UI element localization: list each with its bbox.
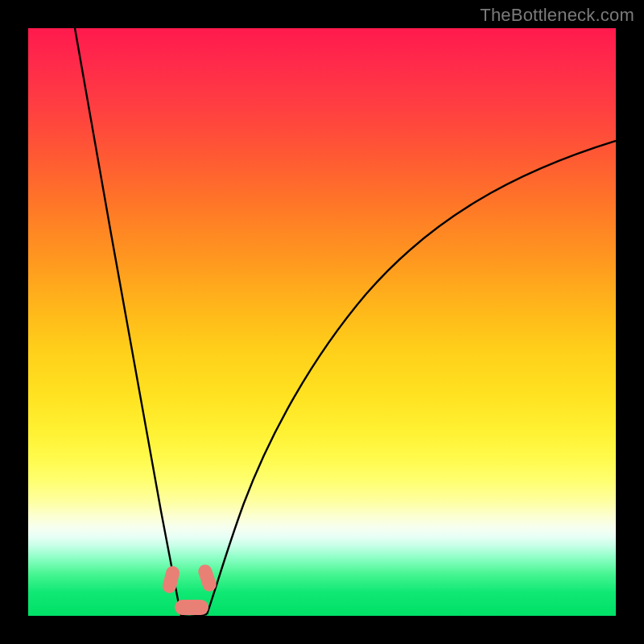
left-branch-curve [75, 28, 181, 616]
plot-area [28, 28, 616, 616]
watermark-text: TheBottleneck.com [480, 5, 634, 26]
bottom-cap-marker [175, 600, 208, 615]
chart-frame: TheBottleneck.com [0, 0, 644, 644]
curve-layer [28, 28, 616, 616]
right-branch-curve [207, 141, 616, 614]
